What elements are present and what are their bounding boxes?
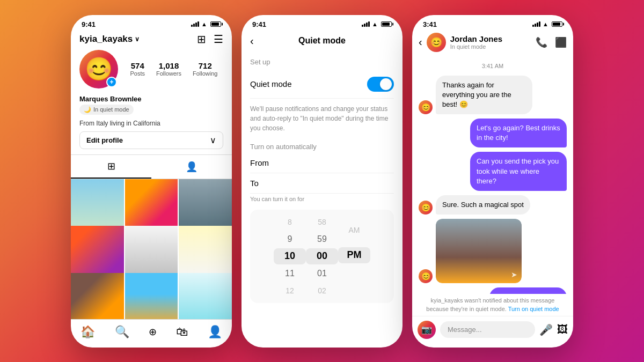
message-placeholder: Message... [448, 326, 482, 334]
from-label: From [250, 158, 277, 167]
back-button[interactable]: ‹ [250, 35, 254, 47]
bottom-nav: 🏠 🔍 ⊕ 🛍 👤 [71, 319, 232, 348]
profile-header: kyia_kayaks ∨ ⊞ ☰ [71, 31, 232, 50]
contact-status: In quiet mode [450, 43, 531, 50]
message-input-bar: 📷 Message... 🎤 🖼 [412, 316, 573, 348]
profile-info: 😊 + 574 Posts 1,018 Followers 712 Follow… [71, 50, 232, 95]
photo-6[interactable] [179, 226, 232, 279]
video-icon[interactable]: ⬛ [555, 36, 567, 48]
minutes-column: 58 59 00 01 02 [306, 214, 338, 299]
username-text: kyia_kayaks [79, 34, 133, 45]
image-bubble[interactable]: ➤ [436, 219, 522, 283]
wifi-icon-3: ▲ [543, 21, 548, 27]
followers-count: 1,018 [156, 61, 181, 70]
messages-area: 3:41 AM 😊 Thanks again for everything yo… [412, 56, 573, 294]
message-input[interactable]: Message... [440, 321, 535, 338]
message-5-image: 😊 ➤ [419, 219, 567, 283]
min-58: 58 [306, 214, 338, 230]
photo-3[interactable] [179, 179, 232, 232]
quiet-notice: kyia_kayaks wasn't notified about this m… [412, 294, 573, 316]
min-00-selected: 00 [306, 248, 338, 264]
full-name: Marques Brownlee [79, 95, 223, 103]
wifi-icon-2: ▲ [372, 21, 378, 27]
avatar-container: 😊 + [79, 50, 118, 88]
hour-12: 12 [274, 283, 306, 299]
stats-row: 574 Posts 1,018 Followers 712 Following [125, 61, 223, 77]
photo-5[interactable] [125, 226, 178, 279]
bubble-4: Sure. Such a magical spot [436, 195, 530, 215]
grid-tabs: ⊞ 👤 [71, 154, 232, 179]
nav-search-icon[interactable]: 🔍 [115, 325, 129, 339]
timestamp: 3:41 AM [419, 61, 567, 71]
message-4: 😊 Sure. Such a magical spot [419, 195, 567, 215]
photo-1[interactable] [71, 179, 124, 232]
turn-on-quiet-link[interactable]: Turn on quiet mode [508, 306, 559, 312]
nav-shop-icon[interactable]: 🛍 [176, 325, 188, 339]
username-row[interactable]: kyia_kayaks ∨ [79, 34, 140, 45]
add-post-icon[interactable]: ⊞ [197, 33, 206, 46]
nav-home-icon[interactable]: 🏠 [80, 325, 95, 339]
photo-8[interactable] [125, 273, 178, 319]
quiet-mode-text: In quiet mode [93, 106, 129, 113]
wifi-icon: ▲ [201, 21, 207, 27]
bubble-6: Heyyyy! You awake? [489, 287, 567, 293]
time-picker[interactable]: 8 9 10 11 12 58 59 00 01 02 [250, 210, 394, 303]
to-row: To [250, 173, 394, 194]
min-01: 01 [306, 265, 338, 282]
photo-9[interactable] [179, 273, 232, 319]
qm-title: Quiet mode [298, 36, 346, 46]
phone-messages: 3:41 ▲ ‹ 😊 Jordan Jones In quiet mode 📞 … [412, 15, 573, 348]
photo-4[interactable] [71, 226, 124, 279]
contact-avatar[interactable]: 😊 [427, 33, 446, 52]
status-time-1: 9:41 [82, 20, 96, 28]
can-turn-on-text: You can turn it on for [250, 194, 394, 204]
qm-settings: Set up Quiet mode We'll pause notificati… [241, 54, 402, 348]
msg-back-button[interactable]: ‹ [419, 36, 422, 48]
bubble-3: Can you send the pick you took while we … [470, 152, 567, 191]
tab-tagged[interactable]: 👤 [151, 155, 232, 179]
signal-icon-2 [362, 21, 370, 27]
nav-reels-icon[interactable]: ⊕ [149, 326, 157, 338]
to-label: To [250, 179, 277, 188]
message-1: 😊 Thanks again for everything you are th… [419, 76, 567, 115]
photo-message: ➤ [436, 219, 522, 283]
from-row: From [250, 153, 394, 173]
quiet-mode-badge: 🌙 In quiet mode [79, 105, 134, 115]
edit-profile-button[interactable]: Edit profile ∨ [79, 131, 223, 149]
phone-profile: 9:41 ▲ kyia_kayaks ∨ ⊞ ☰ 😊 + 57 [71, 15, 232, 348]
stat-following: 712 Following [193, 61, 217, 77]
status-icons-2: ▲ [362, 21, 392, 27]
hour-11: 11 [274, 265, 306, 282]
menu-icon[interactable]: ☰ [214, 33, 223, 46]
setup-label: Set up [250, 54, 394, 70]
image-attach-button[interactable]: 🖼 [557, 323, 568, 336]
posts-label: Posts [130, 70, 145, 77]
battery-icon-3 [552, 21, 562, 27]
contact-info: Jordan Jones In quiet mode [450, 34, 531, 50]
photo-2[interactable] [125, 179, 178, 232]
signal-icon-3 [532, 21, 540, 27]
chevron-right-icon: ∨ [210, 135, 216, 145]
qm-description: We'll pause notifications and change you… [250, 99, 394, 138]
hour-9: 9 [274, 231, 306, 247]
photo-7[interactable] [71, 273, 124, 319]
following-label: Following [193, 70, 217, 77]
stat-posts: 574 Posts [130, 61, 145, 77]
bio-text: From Italy living in California [71, 120, 232, 131]
qm-header: ‹ Quiet mode [241, 31, 402, 54]
nav-profile-icon[interactable]: 👤 [208, 325, 222, 339]
camera-button[interactable]: 📷 [418, 321, 436, 339]
photo-grid [71, 179, 232, 319]
quiet-mode-toggle[interactable] [367, 77, 394, 92]
quiet-mode-label: Quiet mode [250, 79, 292, 88]
call-icon[interactable]: 📞 [536, 36, 547, 48]
min-02: 02 [306, 283, 338, 299]
voice-button[interactable]: 🎤 [539, 323, 553, 336]
add-avatar-badge[interactable]: + [106, 77, 117, 87]
message-6: Heyyyy! You awake? [419, 287, 567, 293]
tab-grid[interactable]: ⊞ [71, 155, 151, 179]
posts-count: 574 [130, 61, 145, 70]
quiet-mode-content: ‹ Quiet mode Set up Quiet mode We'll pau… [241, 31, 402, 348]
send-icon: ➤ [511, 270, 517, 279]
stat-followers: 1,018 Followers [156, 61, 181, 77]
